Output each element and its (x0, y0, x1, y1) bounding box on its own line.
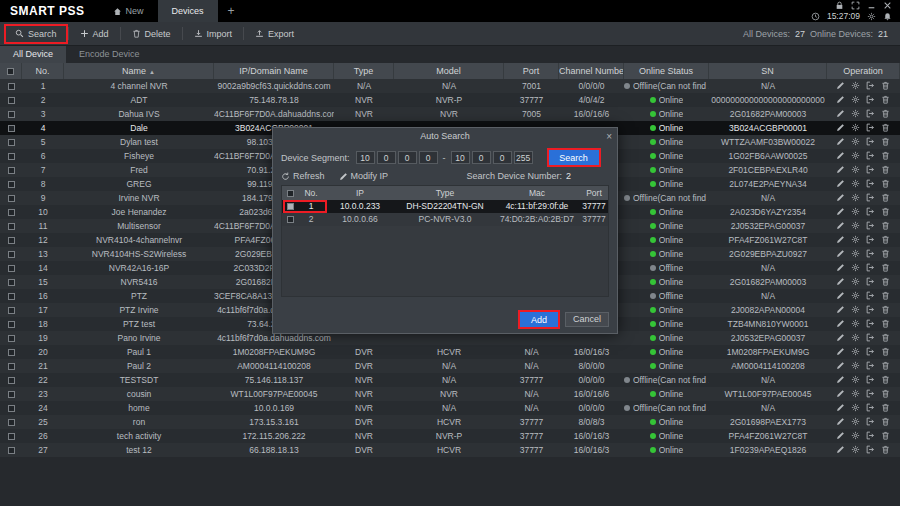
settings-icon[interactable] (851, 333, 861, 343)
cancel-button[interactable]: Cancel (565, 312, 609, 327)
delete-icon[interactable] (881, 249, 891, 259)
settings-icon[interactable] (851, 109, 861, 119)
result-checkbox[interactable] (282, 216, 298, 223)
add-selected-button[interactable]: Add (520, 312, 558, 327)
row-checkbox[interactable] (0, 405, 22, 412)
settings-icon[interactable] (851, 151, 861, 161)
edit-icon[interactable] (836, 361, 846, 371)
logout-icon[interactable] (866, 221, 876, 231)
row-checkbox[interactable] (0, 167, 22, 174)
delete-icon[interactable] (881, 137, 891, 147)
settings-icon[interactable] (851, 95, 861, 105)
add-button[interactable]: Add (71, 26, 118, 42)
ip-octet-input[interactable]: 0 (493, 151, 512, 164)
row-checkbox[interactable] (0, 195, 22, 202)
logout-icon[interactable] (866, 207, 876, 217)
settings-icon[interactable] (851, 249, 861, 259)
settings-icon[interactable] (851, 193, 861, 203)
col-no[interactable]: No. (22, 63, 64, 79)
logout-icon[interactable] (866, 81, 876, 91)
ip-octet-input[interactable]: 10 (451, 151, 470, 164)
mcol-ip[interactable]: IP (324, 186, 396, 200)
close-icon[interactable] (883, 1, 892, 10)
edit-icon[interactable] (836, 81, 846, 91)
ip-octet-input[interactable]: 10 (356, 151, 375, 164)
settings-icon[interactable] (851, 305, 861, 315)
edit-icon[interactable] (836, 235, 846, 245)
delete-icon[interactable] (881, 81, 891, 91)
edit-icon[interactable] (836, 389, 846, 399)
table-row[interactable]: 22TESTSDT75.146.118.137NVRN/A377770/0/0/… (0, 373, 900, 387)
edit-icon[interactable] (836, 347, 846, 357)
delete-icon[interactable] (881, 235, 891, 245)
settings-icon[interactable] (851, 277, 861, 287)
col-operation[interactable]: Operation (827, 63, 900, 79)
table-row[interactable]: 21Paul 2AM0004114100208DVRN/AN/A8/0/0/0O… (0, 359, 900, 373)
settings-icon[interactable] (851, 81, 861, 91)
row-checkbox[interactable] (0, 153, 22, 160)
fullscreen-icon[interactable] (851, 1, 860, 10)
search-result-row[interactable]: 210.0.0.66PC-NVR-V3.074:D0:2B:A0:2B:D737… (282, 213, 608, 226)
logout-icon[interactable] (866, 95, 876, 105)
modify-ip-button[interactable]: Modify IP (339, 171, 389, 181)
bell-icon[interactable] (883, 12, 892, 21)
edit-icon[interactable] (836, 375, 846, 385)
edit-icon[interactable] (836, 417, 846, 427)
settings-icon[interactable] (851, 417, 861, 427)
edit-icon[interactable] (836, 165, 846, 175)
search-result-row[interactable]: 110.0.0.233DH-SD22204TN-GN4c:11:bf:29:0f… (282, 200, 608, 213)
settings-icon[interactable] (851, 431, 861, 441)
logout-icon[interactable] (866, 347, 876, 357)
settings-icon[interactable] (851, 263, 861, 273)
delete-icon[interactable] (881, 291, 891, 301)
logout-icon[interactable] (866, 193, 876, 203)
edit-icon[interactable] (836, 109, 846, 119)
settings-icon[interactable] (851, 235, 861, 245)
edit-icon[interactable] (836, 207, 846, 217)
edit-icon[interactable] (836, 305, 846, 315)
delete-icon[interactable] (881, 361, 891, 371)
mcol-type[interactable]: Type (396, 186, 494, 200)
table-row[interactable]: 25ron173.15.3.161DVRHCVR377778/0/8/3Onli… (0, 415, 900, 429)
delete-icon[interactable] (881, 109, 891, 119)
delete-icon[interactable] (881, 333, 891, 343)
edit-icon[interactable] (836, 151, 846, 161)
settings-icon[interactable] (851, 347, 861, 357)
mcol-port[interactable]: Port (580, 186, 608, 200)
row-checkbox[interactable] (0, 321, 22, 328)
row-checkbox[interactable] (0, 83, 22, 90)
row-checkbox[interactable] (0, 377, 22, 384)
delete-icon[interactable] (881, 277, 891, 287)
row-checkbox[interactable] (0, 251, 22, 258)
edit-icon[interactable] (836, 277, 846, 287)
logout-icon[interactable] (866, 263, 876, 273)
settings-icon[interactable] (851, 179, 861, 189)
logout-icon[interactable] (866, 165, 876, 175)
logout-icon[interactable] (866, 249, 876, 259)
logout-icon[interactable] (866, 109, 876, 119)
delete-icon[interactable] (881, 123, 891, 133)
table-row[interactable]: 20Paul 11M0208FPAEKUM9GDVRHCVRN/A16/0/16… (0, 345, 900, 359)
logout-icon[interactable] (866, 235, 876, 245)
row-checkbox[interactable] (0, 237, 22, 244)
delete-button[interactable]: Delete (123, 26, 180, 42)
edit-icon[interactable] (836, 445, 846, 455)
row-checkbox[interactable] (0, 265, 22, 272)
logout-icon[interactable] (866, 137, 876, 147)
delete-icon[interactable] (881, 389, 891, 399)
delete-icon[interactable] (881, 445, 891, 455)
row-checkbox[interactable] (0, 209, 22, 216)
row-checkbox[interactable] (0, 335, 22, 342)
edit-icon[interactable] (836, 179, 846, 189)
table-row[interactable]: 23cousinWT1L00F97PAE00045NVRNVRN/A16/0/1… (0, 387, 900, 401)
logout-icon[interactable] (866, 319, 876, 329)
result-checkbox[interactable] (282, 203, 298, 210)
delete-icon[interactable] (881, 417, 891, 427)
export-button[interactable]: Export (246, 26, 303, 42)
add-tab-button[interactable]: + (218, 0, 245, 22)
mcol-mac[interactable]: Mac (494, 186, 580, 200)
table-row[interactable]: 14 channel NVR9002a9b9cf63.quickddns.com… (0, 79, 900, 93)
delete-icon[interactable] (881, 431, 891, 441)
logout-icon[interactable] (866, 123, 876, 133)
row-checkbox[interactable] (0, 139, 22, 146)
